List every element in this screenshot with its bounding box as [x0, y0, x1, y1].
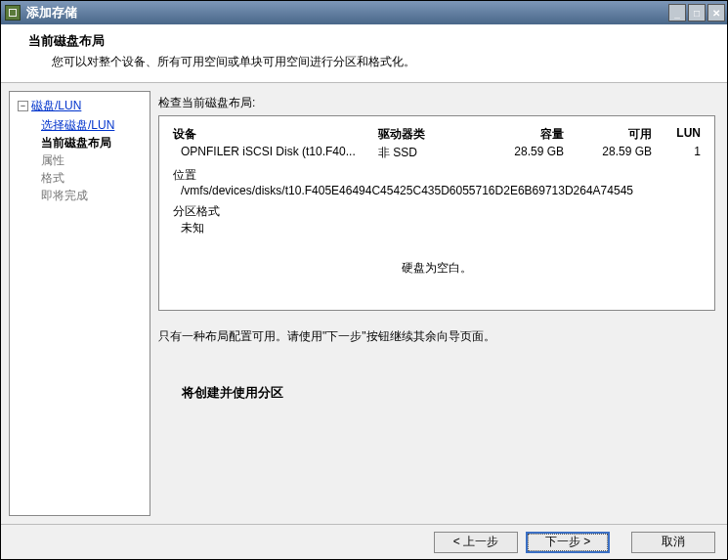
sidebar-root-disk-lun[interactable]: 磁盘/LUN [31, 98, 81, 114]
add-storage-wizard-window: 添加存储 _ □ ✕ 当前磁盘布局 您可以对整个设备、所有可用空间或单块可用空间… [0, 0, 728, 560]
wizard-footer: < 上一步 下一步 > 取消 [1, 524, 727, 559]
disk-lun: 1 [652, 145, 701, 161]
column-header-available: 可用 [564, 126, 652, 143]
sidebar-item-current-layout: 当前磁盘布局 [41, 134, 142, 151]
disk-row: OPNFILER iSCSI Disk (t10.F40... 非 SSD 28… [173, 145, 701, 161]
column-header-device: 设备 [173, 126, 378, 143]
window-title: 添加存储 [26, 4, 77, 22]
disk-drive-type: 非 SSD [378, 145, 476, 161]
back-button[interactable]: < 上一步 [434, 532, 518, 553]
app-icon [5, 5, 21, 21]
maximize-button[interactable]: □ [688, 4, 706, 22]
titlebar: 添加存储 _ □ ✕ [1, 1, 727, 24]
action-text: 将创建并使用分区 [182, 384, 715, 402]
sidebar-item-select-disk[interactable]: 选择磁盘/LUN [41, 118, 114, 132]
content-area: − 磁盘/LUN 选择磁盘/LUN 当前磁盘布局 属性 格式 即将完成 检查当前… [1, 83, 727, 524]
close-button[interactable]: ✕ [707, 4, 725, 22]
next-button[interactable]: 下一步 > [526, 532, 610, 553]
minimize-button[interactable]: _ [668, 4, 686, 22]
instruction-text: 只有一种布局配置可用。请使用"下一步"按钮继续其余向导页面。 [158, 328, 715, 345]
review-label: 检查当前磁盘布局: [158, 95, 715, 111]
main-panel: 检查当前磁盘布局: 设备 驱动器类 容量 可用 LUN OPNFILER iSC… [154, 83, 727, 524]
partition-format-label: 分区格式 [173, 203, 701, 220]
disk-available: 28.59 GB [564, 145, 652, 161]
column-header-drive-type: 驱动器类 [378, 126, 476, 143]
page-title: 当前磁盘布局 [28, 32, 707, 50]
cancel-button[interactable]: 取消 [631, 532, 715, 553]
location-value: /vmfs/devices/disks/t10.F405E46494C45425… [173, 184, 701, 197]
tree-collapse-icon[interactable]: − [18, 101, 28, 111]
page-description: 您可以对整个设备、所有可用空间或单块可用空间进行分区和格式化。 [52, 54, 707, 70]
disk-capacity: 28.59 GB [476, 145, 564, 161]
column-header-capacity: 容量 [476, 126, 564, 143]
disk-blank-message: 硬盘为空白。 [173, 260, 701, 277]
disk-device-name: OPNFILER iSCSI Disk (t10.F40... [173, 145, 378, 161]
sidebar-item-properties: 属性 [41, 151, 142, 169]
sidebar-item-ready-complete: 即将完成 [41, 187, 142, 204]
disk-layout-box: 设备 驱动器类 容量 可用 LUN OPNFILER iSCSI Disk (t… [158, 115, 715, 311]
wizard-header: 当前磁盘布局 您可以对整个设备、所有可用空间或单块可用空间进行分区和格式化。 [1, 24, 727, 83]
column-header-lun: LUN [652, 126, 701, 143]
wizard-steps-sidebar: − 磁盘/LUN 选择磁盘/LUN 当前磁盘布局 属性 格式 即将完成 [9, 91, 150, 516]
location-label: 位置 [173, 167, 701, 184]
partition-format-value: 未知 [173, 220, 701, 237]
sidebar-item-format: 格式 [41, 169, 142, 187]
